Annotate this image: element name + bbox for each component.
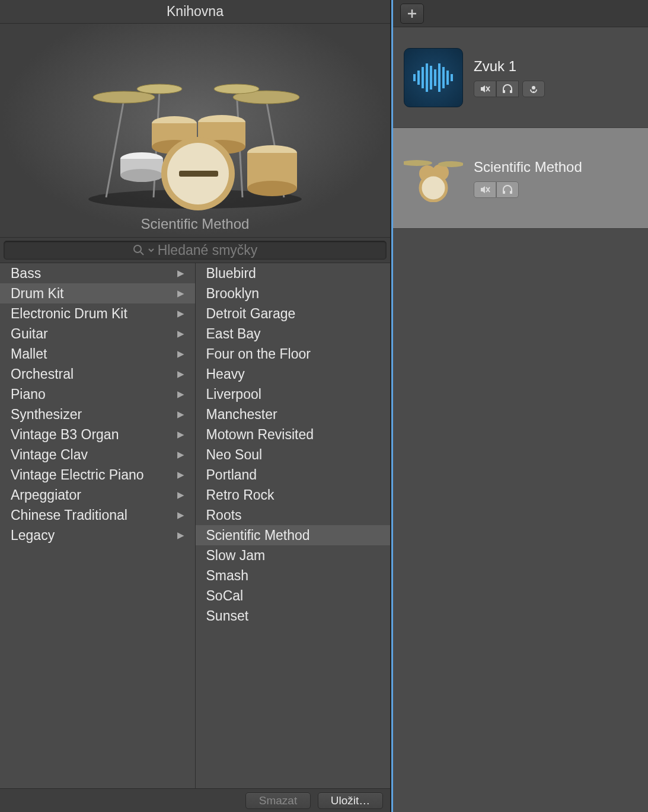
category-item[interactable]: Legacy▶ xyxy=(0,525,195,545)
preset-item[interactable]: Sunset xyxy=(196,606,391,626)
category-item[interactable]: Drum Kit▶ xyxy=(0,283,195,303)
svg-rect-35 xyxy=(442,67,445,88)
chevron-right-icon: ▶ xyxy=(177,469,184,480)
category-item[interactable]: Orchestral▶ xyxy=(0,364,195,384)
category-label: Synthesizer xyxy=(11,407,82,423)
headphones-icon xyxy=(502,84,513,94)
preset-item[interactable]: East Bay xyxy=(196,324,391,344)
category-item[interactable]: Mallet▶ xyxy=(0,344,195,364)
track-name: Zvuk 1 xyxy=(474,58,545,75)
category-item[interactable]: Guitar▶ xyxy=(0,324,195,344)
preset-label: Neo Soul xyxy=(206,447,263,463)
category-label: Orchestral xyxy=(11,366,74,382)
category-label: Guitar xyxy=(11,326,48,342)
preset-item[interactable]: Slow Jam xyxy=(196,545,391,565)
preset-label: Portland xyxy=(206,467,257,483)
search-input[interactable]: Hledané smyčky xyxy=(4,241,387,260)
preset-preview: Scientific Method xyxy=(0,24,390,237)
preset-item[interactable]: Retro Rock xyxy=(196,485,391,505)
preset-label: Smash xyxy=(206,568,249,584)
category-label: Drum Kit xyxy=(11,286,63,302)
plus-icon xyxy=(406,8,418,20)
tracks-list: Zvuk 1Scientific Method xyxy=(393,27,648,812)
save-button[interactable]: Uložit… xyxy=(318,792,383,809)
svg-rect-30 xyxy=(422,67,424,88)
track-row[interactable]: Zvuk 1 xyxy=(393,27,648,128)
category-item[interactable]: Arpeggiator▶ xyxy=(0,485,195,505)
chevron-right-icon: ▶ xyxy=(177,510,184,520)
preset-item[interactable]: Detroit Garage xyxy=(196,303,391,324)
category-label: Vintage Electric Piano xyxy=(11,467,144,483)
delete-button[interactable]: Smazat xyxy=(245,792,311,809)
presets-column[interactable]: BluebirdBrooklynDetroit GarageEast BayFo… xyxy=(196,263,391,788)
svg-point-5 xyxy=(93,91,155,103)
svg-line-1 xyxy=(106,100,124,197)
chevron-right-icon: ▶ xyxy=(177,409,184,420)
category-item[interactable]: Synthesizer▶ xyxy=(0,404,195,424)
chevron-right-icon: ▶ xyxy=(177,429,184,440)
svg-rect-32 xyxy=(430,66,432,89)
svg-rect-40 xyxy=(503,90,505,93)
category-item[interactable]: Bass▶ xyxy=(0,263,195,283)
preset-item[interactable]: Heavy xyxy=(196,364,391,384)
library-title: Knihovna xyxy=(0,0,390,24)
search-icon xyxy=(133,244,145,256)
preset-item[interactable]: Portland xyxy=(196,465,391,485)
preset-item[interactable]: Smash xyxy=(196,565,391,586)
preset-label: SoCal xyxy=(206,588,244,604)
category-item[interactable]: Chinese Traditional▶ xyxy=(0,505,195,525)
category-item[interactable]: Vintage B3 Organ▶ xyxy=(0,424,195,445)
preset-label: East Bay xyxy=(206,326,261,342)
svg-rect-31 xyxy=(426,63,428,92)
svg-point-24 xyxy=(134,245,141,252)
preset-item[interactable]: Liverpool xyxy=(196,384,391,404)
preset-label: Roots xyxy=(206,507,242,523)
preset-item[interactable]: Neo Soul xyxy=(196,445,391,465)
preset-item[interactable]: SoCal xyxy=(196,586,391,606)
chevron-right-icon: ▶ xyxy=(177,268,184,279)
solo-button[interactable] xyxy=(496,81,519,97)
preset-label: Four on the Floor xyxy=(206,346,311,362)
preset-item[interactable]: Bluebird xyxy=(196,263,391,283)
preset-label: Sunset xyxy=(206,608,249,624)
svg-point-20 xyxy=(120,169,163,182)
svg-point-7 xyxy=(137,84,182,94)
category-item[interactable]: Electronic Drum Kit▶ xyxy=(0,303,195,324)
track-row[interactable]: Scientific Method xyxy=(393,128,648,229)
category-label: Electronic Drum Kit xyxy=(11,306,127,322)
chevron-right-icon: ▶ xyxy=(177,328,184,339)
preset-item[interactable]: Motown Revisited xyxy=(196,424,391,445)
categories-column[interactable]: Bass▶Drum Kit▶Electronic Drum Kit▶Guitar… xyxy=(0,263,196,788)
category-item[interactable]: Vintage Electric Piano▶ xyxy=(0,465,195,485)
mute-button[interactable] xyxy=(474,181,496,198)
category-item[interactable]: Piano▶ xyxy=(0,384,195,404)
tracks-panel: Zvuk 1Scientific Method xyxy=(391,0,648,812)
preset-label: Slow Jam xyxy=(206,548,266,564)
mute-button[interactable] xyxy=(474,81,496,97)
chevron-down-icon xyxy=(148,247,154,253)
library-footer: Smazat Uložit… xyxy=(0,788,390,812)
svg-point-46 xyxy=(404,160,432,166)
mute-icon xyxy=(480,185,490,194)
solo-button[interactable] xyxy=(496,181,519,198)
svg-rect-41 xyxy=(510,90,512,93)
category-label: Vintage Clav xyxy=(11,447,88,463)
preset-item[interactable]: Roots xyxy=(196,505,391,525)
preset-item[interactable]: Manchester xyxy=(196,404,391,424)
svg-rect-34 xyxy=(438,63,440,92)
category-item[interactable]: Vintage Clav▶ xyxy=(0,445,195,465)
chevron-right-icon: ▶ xyxy=(177,349,184,359)
add-track-button[interactable] xyxy=(400,4,424,24)
preset-item[interactable]: Brooklyn xyxy=(196,283,391,303)
chevron-right-icon: ▶ xyxy=(177,490,184,500)
track-controls xyxy=(474,181,582,198)
preset-label: Heavy xyxy=(206,366,245,382)
input-monitor-button[interactable] xyxy=(522,81,545,97)
svg-rect-52 xyxy=(510,191,512,194)
preset-item[interactable]: Scientific Method xyxy=(196,525,391,545)
chevron-right-icon: ▶ xyxy=(177,389,184,399)
mute-icon xyxy=(480,84,490,94)
track-controls xyxy=(474,81,545,97)
chevron-right-icon: ▶ xyxy=(177,530,184,541)
preset-item[interactable]: Four on the Floor xyxy=(196,344,391,364)
